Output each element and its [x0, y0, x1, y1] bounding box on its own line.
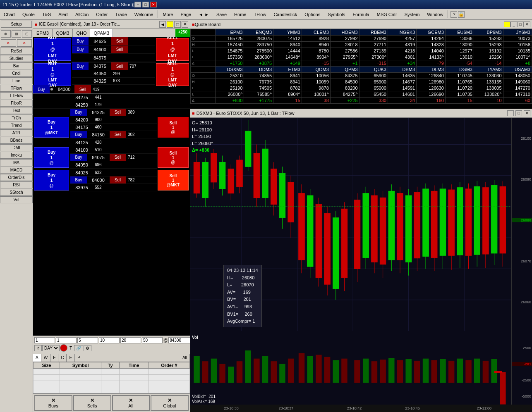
buy-lmt-day-button-1[interactable]: BUY1@LMTDAY	[34, 38, 71, 61]
sidebar-imoku[interactable]: Imoku	[0, 152, 33, 159]
menu-symbols[interactable]: Symbols	[324, 9, 349, 19]
qty-4[interactable]	[99, 337, 120, 343]
menu-allcon[interactable]: AllCon	[72, 9, 92, 19]
sidebar-ttflow[interactable]: TTFlow	[0, 92, 33, 99]
orders-tab-a[interactable]: A	[33, 354, 41, 362]
cancel-sells-button[interactable]: ✕ Sells	[73, 395, 111, 411]
menu-save[interactable]: Save	[213, 9, 230, 19]
sidebar-trch[interactable]: TrCh	[0, 114, 33, 121]
sell-mkt-button[interactable]: Sell1@MKT	[158, 170, 189, 191]
buy-at-button-2[interactable]: Buy1@	[34, 170, 69, 191]
tab-qpam3[interactable]: QPAM3	[90, 29, 113, 37]
sidebar-tflow[interactable]: TFlow	[0, 85, 33, 92]
tab-qho[interactable]: QHO	[73, 29, 90, 37]
sidebar-dmi[interactable]: DMI	[0, 144, 33, 151]
sidebar-icon-2[interactable]: ⊞	[12, 30, 22, 38]
qty-3[interactable]	[77, 337, 98, 343]
sell-lmt-day-button-1[interactable]: SELL1@LMTDAY	[156, 38, 189, 61]
buy-at-button[interactable]: Buy1@	[34, 147, 69, 168]
sell-84375[interactable]: Sell	[111, 62, 128, 70]
buy-btn-84600-2[interactable]: Buy	[72, 45, 89, 53]
ob-close-icon[interactable]: ✕	[182, 21, 188, 28]
record-button[interactable]	[60, 344, 67, 352]
sidebar-line[interactable]: Line	[0, 77, 33, 84]
sidebar-cndl[interactable]: Cndl	[0, 70, 33, 77]
sidebar-trend[interactable]: Trend	[0, 122, 33, 129]
chart-close[interactable]: ✕	[524, 110, 530, 116]
price-field[interactable]	[168, 337, 191, 343]
chart-restore[interactable]: □	[515, 110, 522, 116]
sidebar-icon-1[interactable]: ⊕	[1, 30, 11, 38]
sidebar-atr[interactable]: ATR	[0, 129, 33, 136]
lock-icon-btn[interactable]: 🔒	[458, 11, 465, 18]
cancel-all-button[interactable]: ✕ All	[112, 395, 150, 411]
sidebar-rsi[interactable]: RSI	[0, 181, 33, 188]
qty-1[interactable]	[34, 337, 55, 343]
sidebar-sstoch[interactable]: SStoch	[0, 189, 33, 196]
menu-tflow[interactable]: TFlow	[250, 9, 270, 19]
help-icon-btn[interactable]: ?	[451, 11, 457, 18]
orders-tab-w[interactable]: W	[41, 354, 50, 362]
menu-more[interactable]: More	[159, 9, 177, 19]
buy-mkt-button[interactable]: Buy1@MKT	[34, 117, 69, 138]
menu-system[interactable]: System	[401, 9, 424, 19]
sell-btn-84600[interactable]: Sell	[111, 45, 128, 53]
close-button[interactable]: ✕	[150, 2, 157, 7]
qb-restore[interactable]: □	[517, 21, 524, 27]
ob-restore[interactable]: □	[174, 21, 181, 28]
menu-home[interactable]: Home	[230, 9, 250, 19]
tab-qom3[interactable]: QOM3	[53, 29, 73, 37]
sidebar-setup[interactable]: Setup	[1, 21, 32, 28]
menu-options[interactable]: Options	[301, 9, 324, 19]
link-button[interactable]: 🔗	[74, 345, 83, 351]
cancel-buys-button[interactable]: ✕ Buys	[34, 395, 72, 411]
menu-window[interactable]: Window	[423, 9, 447, 19]
qb-close[interactable]: ✕	[524, 21, 530, 27]
sell-at-button-2[interactable]: Sell1@	[158, 147, 189, 168]
menu-msgcntr[interactable]: MSG Cntr	[373, 9, 401, 19]
buy-lmt-day-button-2[interactable]: BUY1@LMTDAY	[34, 63, 71, 86]
sell-84225[interactable]: Sell	[110, 109, 126, 116]
menu-chart[interactable]: Chart	[0, 9, 19, 19]
settings-button[interactable]: ⚙	[84, 345, 91, 351]
menu-nav[interactable]: ◄ ►	[195, 9, 213, 19]
menu-trade[interactable]: Trade	[111, 9, 130, 19]
menu-ts[interactable]: T&S	[38, 9, 55, 19]
qb-minimize[interactable]: _	[510, 21, 517, 27]
menu-welcome[interactable]: Welcome	[131, 9, 157, 19]
sidebar-ma[interactable]: MA	[0, 159, 33, 166]
orders-tab-f[interactable]: F	[50, 354, 58, 362]
tab-epm3[interactable]: EPM3	[33, 29, 53, 37]
sell-84075[interactable]: Sell	[110, 154, 126, 161]
menu-page[interactable]: Page	[177, 9, 195, 19]
sidebar-icon-5[interactable]: ✕	[17, 39, 32, 47]
sidebar-macd[interactable]: MACD	[0, 167, 33, 174]
sidebar-icon-3[interactable]: ⊡	[22, 30, 32, 38]
ob-arrow-left[interactable]: ◄	[159, 21, 166, 28]
sidebar-rescl[interactable]: ReScl	[0, 48, 33, 55]
buy-84000[interactable]: Buy	[70, 176, 87, 183]
menu-formula[interactable]: Formula	[349, 9, 373, 19]
sidebar-icon-4[interactable]: ✕	[1, 39, 16, 47]
sidebar-fibor[interactable]: FiboR	[0, 100, 33, 107]
sell-btn-84625[interactable]: Sell	[111, 37, 128, 45]
buy-84150[interactable]: Buy	[70, 131, 87, 138]
chart-canvas[interactable]: O= 25310 H= 26100 L= 25190 L= 26080^ Δ= …	[190, 118, 532, 412]
menu-order[interactable]: Order	[92, 9, 111, 19]
buy-btn-84600[interactable]: Buy	[72, 37, 89, 45]
orders-tab-c[interactable]: C	[58, 354, 67, 362]
menu-alert[interactable]: Alert	[55, 9, 72, 19]
cancel-global-button[interactable]: ✕ Global	[151, 395, 189, 411]
sidebar-text[interactable]: Text	[0, 107, 33, 114]
sidebar-orderdis[interactable]: OrderDis	[0, 174, 33, 181]
sell-lmt-day-button-2[interactable]: SELL1@LMTDAY	[156, 63, 189, 86]
sell-84300[interactable]: Sell	[74, 85, 91, 93]
refresh-button[interactable]: ↺	[34, 345, 42, 351]
sidebar-bar[interactable]: Bar	[0, 62, 33, 69]
qty-6[interactable]	[142, 337, 163, 343]
maximize-button[interactable]: □	[142, 2, 149, 7]
buy-84075[interactable]: Buy	[70, 154, 87, 161]
buy-84350[interactable]: Buy	[72, 62, 89, 70]
sidebar-bbnds[interactable]: BBnds	[0, 137, 33, 144]
sidebar-studies[interactable]: Studies	[0, 55, 33, 62]
